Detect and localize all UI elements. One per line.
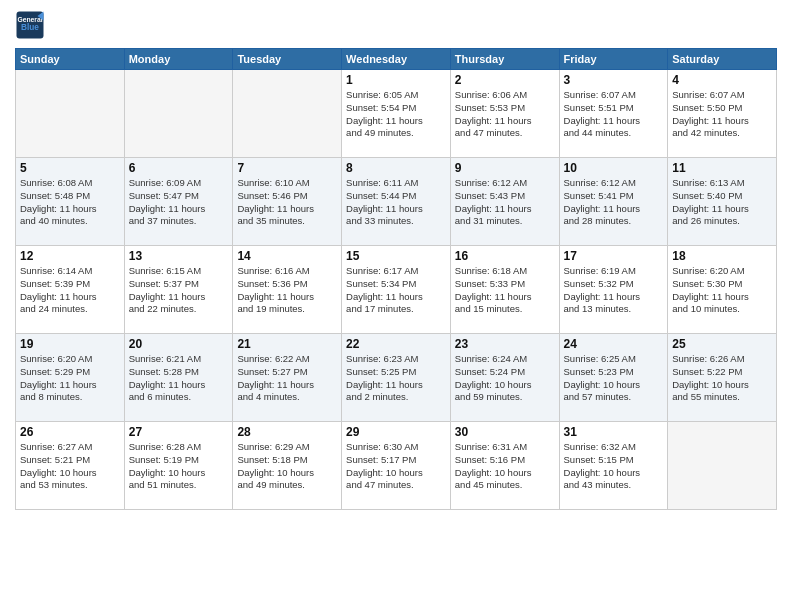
day-info: Sunrise: 6:31 AMSunset: 5:16 PMDaylight:… [455,441,555,492]
day-number: 17 [564,249,664,263]
day-info: Sunrise: 6:09 AMSunset: 5:47 PMDaylight:… [129,177,229,228]
calendar-cell: 14Sunrise: 6:16 AMSunset: 5:36 PMDayligh… [233,246,342,334]
page: General Blue SundayMondayTuesdayWednesda… [0,0,792,612]
day-info: Sunrise: 6:16 AMSunset: 5:36 PMDaylight:… [237,265,337,316]
day-number: 23 [455,337,555,351]
calendar-cell: 15Sunrise: 6:17 AMSunset: 5:34 PMDayligh… [342,246,451,334]
day-number: 8 [346,161,446,175]
calendar-cell: 29Sunrise: 6:30 AMSunset: 5:17 PMDayligh… [342,422,451,510]
logo-icon: General Blue [15,10,45,40]
day-number: 18 [672,249,772,263]
weekday-header-wednesday: Wednesday [342,49,451,70]
logo: General Blue [15,10,45,40]
day-info: Sunrise: 6:19 AMSunset: 5:32 PMDaylight:… [564,265,664,316]
day-number: 20 [129,337,229,351]
day-number: 21 [237,337,337,351]
day-number: 2 [455,73,555,87]
day-number: 10 [564,161,664,175]
weekday-header-saturday: Saturday [668,49,777,70]
day-number: 24 [564,337,664,351]
day-number: 14 [237,249,337,263]
day-info: Sunrise: 6:06 AMSunset: 5:53 PMDaylight:… [455,89,555,140]
day-info: Sunrise: 6:11 AMSunset: 5:44 PMDaylight:… [346,177,446,228]
weekday-header-tuesday: Tuesday [233,49,342,70]
calendar-cell: 24Sunrise: 6:25 AMSunset: 5:23 PMDayligh… [559,334,668,422]
header: General Blue [15,10,777,40]
calendar-cell: 10Sunrise: 6:12 AMSunset: 5:41 PMDayligh… [559,158,668,246]
day-number: 11 [672,161,772,175]
calendar-cell: 7Sunrise: 6:10 AMSunset: 5:46 PMDaylight… [233,158,342,246]
weekday-header-monday: Monday [124,49,233,70]
day-info: Sunrise: 6:07 AMSunset: 5:50 PMDaylight:… [672,89,772,140]
day-info: Sunrise: 6:21 AMSunset: 5:28 PMDaylight:… [129,353,229,404]
calendar-cell: 22Sunrise: 6:23 AMSunset: 5:25 PMDayligh… [342,334,451,422]
day-number: 29 [346,425,446,439]
calendar-cell: 27Sunrise: 6:28 AMSunset: 5:19 PMDayligh… [124,422,233,510]
day-info: Sunrise: 6:08 AMSunset: 5:48 PMDaylight:… [20,177,120,228]
weekday-header-friday: Friday [559,49,668,70]
day-number: 27 [129,425,229,439]
calendar-cell [668,422,777,510]
calendar-week-row: 5Sunrise: 6:08 AMSunset: 5:48 PMDaylight… [16,158,777,246]
day-info: Sunrise: 6:25 AMSunset: 5:23 PMDaylight:… [564,353,664,404]
day-number: 12 [20,249,120,263]
calendar-cell: 8Sunrise: 6:11 AMSunset: 5:44 PMDaylight… [342,158,451,246]
calendar-week-row: 19Sunrise: 6:20 AMSunset: 5:29 PMDayligh… [16,334,777,422]
day-number: 3 [564,73,664,87]
calendar-cell [16,70,125,158]
calendar-cell: 17Sunrise: 6:19 AMSunset: 5:32 PMDayligh… [559,246,668,334]
day-info: Sunrise: 6:10 AMSunset: 5:46 PMDaylight:… [237,177,337,228]
day-number: 1 [346,73,446,87]
calendar-cell: 1Sunrise: 6:05 AMSunset: 5:54 PMDaylight… [342,70,451,158]
calendar-cell: 25Sunrise: 6:26 AMSunset: 5:22 PMDayligh… [668,334,777,422]
calendar-cell: 13Sunrise: 6:15 AMSunset: 5:37 PMDayligh… [124,246,233,334]
calendar-cell [124,70,233,158]
calendar-cell: 18Sunrise: 6:20 AMSunset: 5:30 PMDayligh… [668,246,777,334]
calendar-week-row: 1Sunrise: 6:05 AMSunset: 5:54 PMDaylight… [16,70,777,158]
calendar-cell: 28Sunrise: 6:29 AMSunset: 5:18 PMDayligh… [233,422,342,510]
day-number: 31 [564,425,664,439]
calendar-week-row: 12Sunrise: 6:14 AMSunset: 5:39 PMDayligh… [16,246,777,334]
day-number: 28 [237,425,337,439]
day-info: Sunrise: 6:20 AMSunset: 5:29 PMDaylight:… [20,353,120,404]
calendar-cell: 2Sunrise: 6:06 AMSunset: 5:53 PMDaylight… [450,70,559,158]
svg-text:Blue: Blue [21,23,39,32]
day-number: 4 [672,73,772,87]
day-number: 7 [237,161,337,175]
calendar-cell: 30Sunrise: 6:31 AMSunset: 5:16 PMDayligh… [450,422,559,510]
day-info: Sunrise: 6:32 AMSunset: 5:15 PMDaylight:… [564,441,664,492]
day-number: 30 [455,425,555,439]
day-number: 16 [455,249,555,263]
day-number: 19 [20,337,120,351]
calendar-cell: 3Sunrise: 6:07 AMSunset: 5:51 PMDaylight… [559,70,668,158]
day-info: Sunrise: 6:30 AMSunset: 5:17 PMDaylight:… [346,441,446,492]
day-info: Sunrise: 6:17 AMSunset: 5:34 PMDaylight:… [346,265,446,316]
day-number: 5 [20,161,120,175]
calendar-table: SundayMondayTuesdayWednesdayThursdayFrid… [15,48,777,510]
calendar-cell: 19Sunrise: 6:20 AMSunset: 5:29 PMDayligh… [16,334,125,422]
weekday-header-sunday: Sunday [16,49,125,70]
day-number: 9 [455,161,555,175]
calendar-week-row: 26Sunrise: 6:27 AMSunset: 5:21 PMDayligh… [16,422,777,510]
calendar-cell: 23Sunrise: 6:24 AMSunset: 5:24 PMDayligh… [450,334,559,422]
day-number: 13 [129,249,229,263]
calendar-cell [233,70,342,158]
calendar-cell: 26Sunrise: 6:27 AMSunset: 5:21 PMDayligh… [16,422,125,510]
calendar-cell: 9Sunrise: 6:12 AMSunset: 5:43 PMDaylight… [450,158,559,246]
day-info: Sunrise: 6:29 AMSunset: 5:18 PMDaylight:… [237,441,337,492]
day-info: Sunrise: 6:27 AMSunset: 5:21 PMDaylight:… [20,441,120,492]
calendar-cell: 12Sunrise: 6:14 AMSunset: 5:39 PMDayligh… [16,246,125,334]
day-info: Sunrise: 6:12 AMSunset: 5:41 PMDaylight:… [564,177,664,228]
day-info: Sunrise: 6:13 AMSunset: 5:40 PMDaylight:… [672,177,772,228]
day-info: Sunrise: 6:26 AMSunset: 5:22 PMDaylight:… [672,353,772,404]
day-info: Sunrise: 6:22 AMSunset: 5:27 PMDaylight:… [237,353,337,404]
day-info: Sunrise: 6:24 AMSunset: 5:24 PMDaylight:… [455,353,555,404]
day-info: Sunrise: 6:07 AMSunset: 5:51 PMDaylight:… [564,89,664,140]
calendar-cell: 6Sunrise: 6:09 AMSunset: 5:47 PMDaylight… [124,158,233,246]
day-info: Sunrise: 6:18 AMSunset: 5:33 PMDaylight:… [455,265,555,316]
day-number: 15 [346,249,446,263]
weekday-header-row: SundayMondayTuesdayWednesdayThursdayFrid… [16,49,777,70]
day-number: 6 [129,161,229,175]
day-number: 26 [20,425,120,439]
day-info: Sunrise: 6:28 AMSunset: 5:19 PMDaylight:… [129,441,229,492]
